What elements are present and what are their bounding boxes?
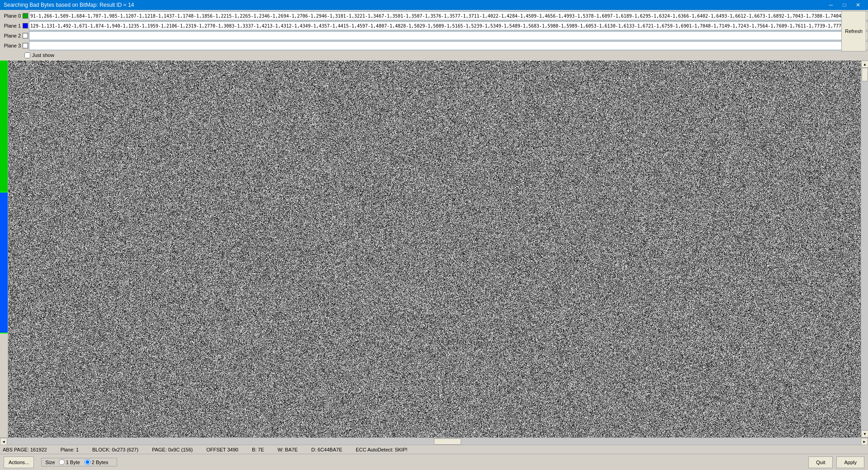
green-strip [0, 61, 8, 192]
main-area: ▲ ▼ [0, 61, 868, 437]
quit-button[interactable]: Quit [808, 456, 833, 468]
plane-2-row: Plane 2 XOR [0, 31, 868, 41]
right-scrollbar: ▲ ▼ [861, 61, 868, 437]
size-label: Size [45, 460, 55, 465]
plane-0-input[interactable] [29, 11, 851, 20]
refresh-button[interactable]: Refresh [841, 11, 866, 52]
plane-2-label: Plane 2 [0, 33, 23, 38]
ecc-status: ECC AutoDetect: SKIP! [356, 447, 407, 452]
plane-3-row: Plane 3 XOR [0, 41, 868, 51]
minimize-button[interactable]: ─ [825, 1, 837, 9]
plane-1-input[interactable] [29, 21, 851, 30]
b-status: B: 7E [252, 447, 264, 452]
title-bar: Searching Bad Bytes based on BitMap: Res… [0, 0, 868, 10]
offset-status: OFFSET 3490 [206, 447, 238, 452]
planes-area: Plane 0 XOR Plane 1 XOR Plane 2 XOR Plan… [0, 10, 868, 61]
plane-2-input[interactable] [29, 31, 851, 40]
size-2bytes-option[interactable]: 2 Bytes [85, 459, 108, 465]
scroll-up-arrow[interactable]: ▲ [861, 61, 868, 68]
title-buttons: ─ □ ✕ [825, 1, 864, 9]
scroll-track-horizontal[interactable] [7, 438, 861, 445]
scroll-thumb-vertical[interactable] [862, 68, 868, 81]
d-status: D: 6C44BA7E [311, 447, 342, 452]
size-1byte-radio[interactable] [59, 459, 65, 465]
plane-0-label: Plane 0 [0, 13, 23, 19]
plane-0-color [23, 13, 28, 19]
plane-3-input[interactable] [29, 41, 851, 50]
apply-button[interactable]: Apply [836, 456, 864, 468]
noise-canvas [8, 61, 861, 437]
close-button[interactable]: ✕ [852, 1, 864, 9]
blue-strip [0, 193, 8, 333]
just-show-row: Just show [0, 51, 868, 60]
size-1byte-option[interactable]: 1 Byte [59, 459, 80, 465]
plane-1-color [23, 23, 28, 28]
status-bar: ABS PAGE: 161922 Plane: 1 BLOCK: 0x273 (… [0, 445, 868, 454]
canvas-container [8, 61, 861, 437]
page-status: PAGE: 0x9C (156) [152, 447, 193, 452]
window-title: Searching Bad Bytes based on BitMap: Res… [4, 2, 134, 8]
action-left: Actions... Size 1 Byte 2 Bytes [4, 456, 117, 468]
plane-3-color [23, 43, 28, 48]
size-2bytes-radio[interactable] [85, 459, 90, 465]
scroll-down-arrow[interactable]: ▼ [861, 430, 868, 437]
plane-3-label: Plane 3 [0, 43, 23, 48]
actions-button[interactable]: Actions... [4, 456, 34, 468]
plane-rows-container: Plane 0 XOR Plane 1 XOR Plane 2 XOR Plan… [0, 10, 868, 61]
maximize-button[interactable]: □ [838, 1, 851, 9]
plane-status: Plane: 1 [61, 447, 79, 452]
scroll-thumb-horizontal[interactable] [434, 438, 461, 445]
size-2bytes-label: 2 Bytes [92, 460, 108, 465]
scroll-track-vertical[interactable] [861, 68, 868, 430]
left-ruler [0, 61, 8, 437]
abs-page-status: ABS PAGE: 161922 [3, 447, 47, 452]
just-show-checkbox[interactable] [24, 52, 30, 58]
size-group: Size 1 Byte 2 Bytes [41, 458, 117, 466]
w-status: W: BA7E [278, 447, 297, 452]
action-right: Quit Apply [808, 456, 864, 468]
action-bar: Actions... Size 1 Byte 2 Bytes Quit Appl… [0, 454, 868, 470]
plane-1-row: Plane 1 XOR [0, 21, 868, 31]
size-1byte-label: 1 Byte [66, 460, 80, 465]
scroll-left-arrow[interactable]: ◄ [0, 438, 7, 445]
block-status: BLOCK: 0x273 (627) [92, 447, 138, 452]
just-show-label[interactable]: Just show [32, 52, 54, 58]
bottom-scrollbar: ◄ ► [0, 437, 868, 445]
green-marker2 [0, 333, 8, 334]
plane-0-row: Plane 0 XOR [0, 11, 868, 21]
plane-1-label: Plane 1 [0, 23, 23, 28]
plane-2-color [23, 33, 28, 38]
scroll-right-arrow[interactable]: ► [861, 438, 868, 445]
